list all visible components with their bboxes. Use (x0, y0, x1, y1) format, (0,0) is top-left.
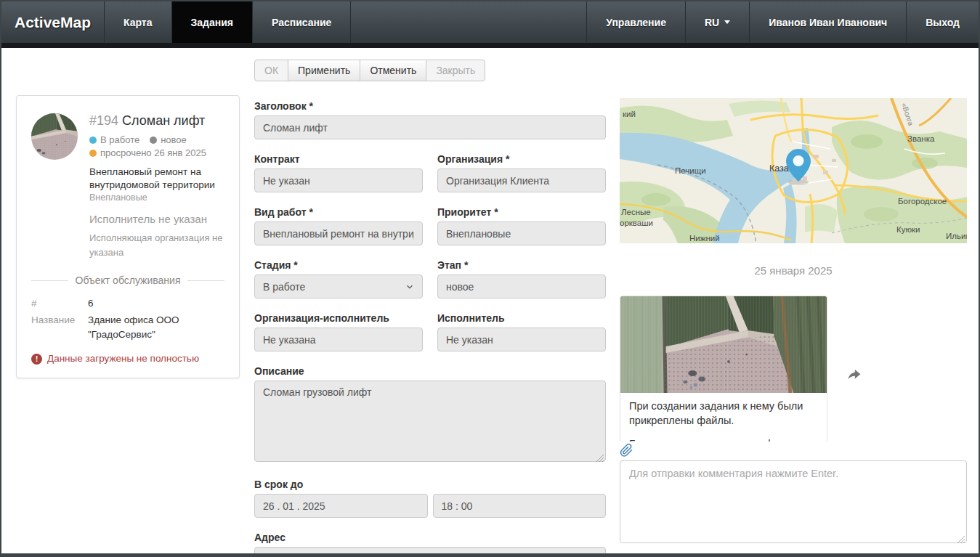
service-object-title: Объект обслуживания (76, 275, 181, 286)
service-object-row: Название Здание офиса ООО "ГрадоСервис" (31, 313, 224, 341)
map[interactable]: Казань Печищи Званка Богородское Куюки И… (620, 98, 967, 243)
deadline-time-field[interactable] (433, 494, 607, 518)
description-field[interactable]: Сломан грузовой лифт (254, 381, 606, 462)
comment-photo[interactable] (620, 296, 827, 393)
status-badge: В работе (89, 134, 139, 145)
status-dot-icon (89, 137, 97, 144)
close-button[interactable]: Закрыть (426, 60, 485, 81)
data-warning: ! Данные загружены не полностью (31, 353, 224, 365)
organization-field[interactable] (437, 168, 606, 192)
language-label: RU (705, 17, 719, 28)
task-work-type: Внеплановый ремонт на внутридомовой терр… (89, 166, 224, 191)
comment-text: Было установлено главное фото (629, 436, 818, 442)
nav-item-tasks[interactable]: Задания (172, 1, 253, 43)
task-work-group: Внеплановые (89, 192, 224, 203)
status-badge-label: В работе (100, 134, 139, 145)
row-label: Название (31, 313, 88, 341)
deadline-field-label: В срок до (254, 479, 606, 490)
address-field-label: Адрес (254, 532, 606, 543)
priority-field-label: Приоритет * (437, 206, 606, 218)
contractor-org-field[interactable] (254, 328, 423, 351)
phase-field-label: Этап * (437, 259, 606, 271)
work-type-field-label: Вид работ * (254, 206, 423, 218)
nav-right-cluster: Управление RU Иванов Иван Иванович Выход (586, 1, 979, 43)
map-label: Званка (907, 134, 935, 143)
chevron-down-icon (405, 282, 414, 291)
nav-item-schedule[interactable]: Расписание (253, 1, 351, 43)
task-title: #194Сломан лифт (89, 113, 224, 129)
comment-text: При создании задания к нему были прикреп… (629, 399, 818, 428)
comment-body: При создании задания к нему были прикреп… (620, 393, 827, 442)
comment-feed: При создании задания к нему были прикреп… (620, 296, 967, 442)
address-field[interactable] (254, 547, 606, 557)
map-label: Ильино (946, 232, 967, 240)
map-label: Куюки (896, 225, 920, 234)
warning-text: Данные загружены не полностью (47, 353, 199, 364)
top-nav: ActiveMap Карта Задания Расписание Управ… (1, 1, 979, 43)
task-edit-form: Заголовок * Контракт Организация * Вид р… (254, 100, 606, 557)
service-object-row: # 6 (31, 296, 224, 311)
description-field-label: Описание (254, 365, 606, 377)
map-label: кий (623, 110, 636, 118)
nav-bottom-strip (1, 43, 979, 48)
right-panel: Казань Печищи Званка Богородское Куюки И… (620, 98, 967, 546)
task-info: #194Сломан лифт В работе новое (89, 113, 224, 260)
overdue-badge: просрочено 26 янв 2025 (89, 147, 206, 158)
deadline-date-field[interactable] (254, 494, 428, 518)
chevron-down-icon (724, 20, 730, 24)
phase-field[interactable] (437, 275, 606, 298)
nav-item-management[interactable]: Управление (586, 1, 685, 43)
nav-item-map[interactable]: Карта (105, 1, 172, 43)
task-title-text: Сломан лифт (122, 113, 205, 128)
nav-item-user[interactable]: Иванов Иван Иванович (749, 1, 906, 43)
overdue-badge-label: просрочено 26 янв 2025 (100, 147, 206, 158)
status-badge: новое (150, 134, 187, 145)
status-dot-icon (89, 150, 97, 157)
nav-item-logout[interactable]: Выход (906, 1, 979, 43)
status-badge-label: новое (161, 134, 187, 145)
service-object-divider: Объект обслуживания (31, 275, 224, 286)
stage-select-value: В работе (263, 281, 305, 293)
map-label: Богородское (898, 197, 947, 206)
contractor-org-field-label: Организация-исполнитель (254, 312, 423, 324)
main-content: ОК Применить Отменить Закрыть #194Сломан… (1, 48, 979, 553)
task-summary-card: #194Сломан лифт В работе новое (16, 95, 240, 378)
contract-field[interactable] (254, 168, 423, 192)
row-value: Здание офиса ООО "ГрадоСервис" (88, 313, 224, 341)
contract-field-label: Контракт (254, 153, 423, 165)
assignee-field-label: Исполнитель (437, 312, 606, 324)
feed-date-header: 25 января 2025 (620, 264, 967, 277)
organization-field-label: Организация * (437, 153, 606, 165)
comment-card: При создании задания к нему были прикреп… (620, 296, 827, 442)
app-logo[interactable]: ActiveMap (1, 1, 105, 43)
map-label: оркваши (620, 219, 653, 227)
map-label: Лесные (621, 208, 651, 216)
forward-arrow-icon[interactable] (847, 368, 862, 383)
title-field-label: Заголовок * (254, 100, 606, 112)
task-photo-avatar[interactable] (31, 113, 78, 160)
exclamation-circle-icon: ! (31, 354, 42, 365)
task-org-status: Исполняющая организация не указана (89, 231, 224, 260)
attach-row (620, 443, 967, 458)
map-label: Нижний (689, 234, 720, 243)
map-label: Печищи (675, 166, 706, 175)
language-dropdown[interactable]: RU (685, 1, 749, 43)
row-label: # (31, 296, 88, 311)
stage-field-label: Стадия * (254, 259, 423, 271)
apply-button[interactable]: Применить (288, 60, 360, 81)
assignee-field[interactable] (437, 328, 606, 351)
status-dot-icon (150, 137, 157, 144)
form-toolbar: ОК Применить Отменить Закрыть (254, 60, 485, 81)
ok-button[interactable]: ОК (254, 60, 288, 81)
task-number: #194 (89, 113, 118, 128)
paperclip-icon[interactable] (620, 443, 633, 458)
title-field[interactable] (254, 115, 606, 139)
work-type-field[interactable] (254, 221, 423, 245)
row-value: 6 (88, 296, 94, 311)
priority-field[interactable] (437, 221, 606, 245)
comment-input[interactable] (620, 460, 967, 543)
task-assignee-status: Исполнитель не указан (89, 213, 224, 225)
stage-select[interactable]: В работе (254, 275, 423, 298)
app-window: ActiveMap Карта Задания Расписание Управ… (0, 0, 980, 557)
cancel-button[interactable]: Отменить (360, 60, 426, 81)
